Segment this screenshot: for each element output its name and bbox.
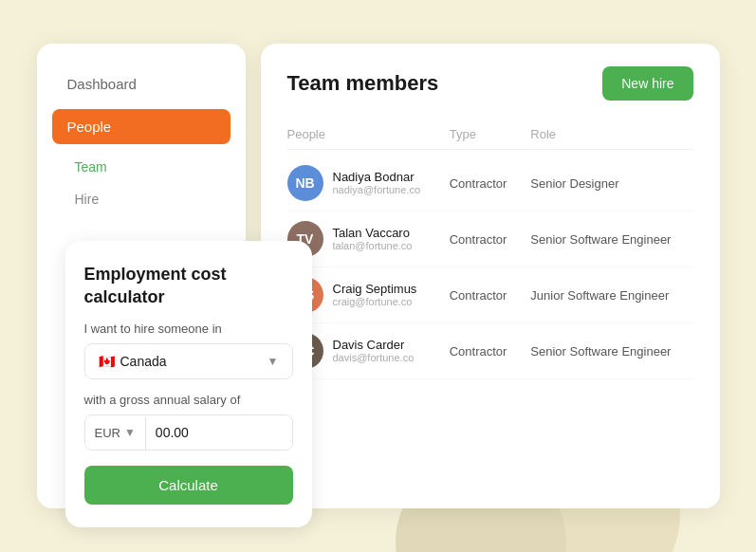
person-name: Nadiya Bodnar [333,170,421,185]
panel-title: Team members [287,71,439,96]
sidebar-item-dashboard[interactable]: Dashboard [52,66,230,101]
table-row[interactable]: CS Craig Septimus craig@fortune.co Contr… [287,267,693,323]
person-email: craig@fortune.co [333,296,417,308]
person-email: talan@fortune.co [333,240,413,252]
person-info: NB Nadiya Bodnar nadiya@fortune.co [287,165,450,201]
person-email: davis@fortune.co [333,352,415,364]
sidebar: Dashboard People Team Hire Employment co… [37,44,246,508]
sidebar-item-people[interactable]: People [52,109,230,144]
col-header-people: People [287,127,450,141]
table-row[interactable]: DC Davis Carder davis@fortune.co Contrac… [287,323,693,379]
person-type: Contractor [450,176,531,191]
country-value: 🇨🇦 Canada [99,354,167,369]
employment-cost-calculator: Employment cost calculator I want to hir… [65,241,312,527]
new-hire-button[interactable]: New hire [602,66,692,101]
chevron-down-icon: ▼ [267,355,279,368]
currency-selector[interactable]: EUR ▼ [85,416,146,450]
team-members-panel: Team members New hire People Type Role N… [261,44,720,508]
table-row[interactable]: NB Nadiya Bodnar nadiya@fortune.co Contr… [287,156,693,212]
person-role: Senior Designer [530,176,692,191]
person-role: Senior Software Engineer [530,232,692,247]
avatar: NB [287,165,323,201]
salary-input[interactable] [146,415,293,450]
person-name: Davis Carder [333,338,415,353]
calculator-title: Employment cost calculator [84,264,293,308]
person-name: Craig Septimus [333,282,417,297]
person-email: nadiya@fortune.co [333,184,421,196]
person-type: Contractor [450,288,531,303]
panel-header: Team members New hire [287,66,693,101]
person-role: Junior Software Engineer [530,288,692,303]
hire-label: I want to hire someone in [84,322,293,336]
sidebar-item-team[interactable]: Team [67,152,230,182]
salary-label: with a gross annual salary of [84,393,293,407]
table-header: People Type Role [287,120,693,150]
col-header-type: Type [450,127,531,141]
country-flag: 🇨🇦 [99,354,115,369]
currency-chevron-icon: ▼ [124,426,136,439]
person-name: Talan Vaccaro [333,226,413,241]
currency-value: EUR [95,426,120,440]
calculate-button[interactable]: Calculate [84,466,293,505]
person-type: Contractor [450,232,531,247]
main-container: Dashboard People Team Hire Employment co… [37,44,720,508]
table-row[interactable]: TV Talan Vaccaro talan@fortune.co Contra… [287,212,693,267]
col-header-role: Role [530,127,692,141]
person-type: Contractor [450,344,531,359]
person-role: Senior Software Engineer [530,344,692,359]
team-table: NB Nadiya Bodnar nadiya@fortune.co Contr… [287,156,693,379]
country-selector[interactable]: 🇨🇦 Canada ▼ [84,343,293,379]
sidebar-item-hire[interactable]: Hire [67,184,230,214]
sidebar-subnav: Team Hire [52,152,230,214]
salary-input-row: EUR ▼ [84,414,293,451]
